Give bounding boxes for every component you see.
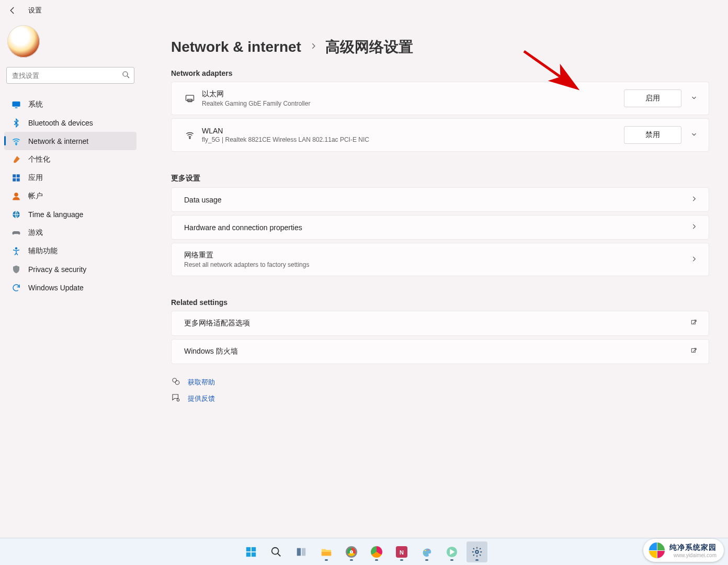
svg-point-34	[475, 550, 479, 553]
adapter-desc: Realtek Gaming GbE Family Controller	[202, 100, 624, 107]
settings-icon[interactable]	[467, 541, 487, 562]
nav-item-10[interactable]: Windows Update	[4, 278, 136, 297]
breadcrumb-current: 高级网络设置	[325, 37, 413, 57]
svg-rect-6	[13, 178, 16, 181]
nav-item-9[interactable]: Privacy & security	[4, 260, 136, 278]
svg-point-10	[16, 247, 17, 249]
bluetooth-icon	[10, 118, 22, 128]
chevron-right-icon	[310, 41, 317, 53]
svg-rect-4	[13, 174, 16, 177]
svg-rect-23	[252, 552, 256, 556]
get-help-link[interactable]: 获取帮助	[171, 377, 709, 388]
card-title: Windows 防火墙	[184, 347, 687, 356]
svg-rect-26	[302, 548, 305, 556]
watermark-logo	[649, 542, 665, 559]
nav-label: Bluetooth & devices	[28, 119, 93, 127]
svg-point-17	[175, 381, 179, 385]
get-help-label: 获取帮助	[188, 378, 215, 387]
svg-point-0	[123, 72, 128, 76]
start-button[interactable]	[241, 541, 261, 562]
adapter-toggle-button[interactable]: 启用	[624, 89, 681, 107]
nav-label: Time & language	[28, 210, 83, 219]
accessibility-icon	[10, 246, 22, 256]
wifi-icon	[10, 137, 22, 146]
chrome-icon[interactable]	[341, 541, 362, 562]
svg-point-30	[425, 549, 426, 551]
more-card-1[interactable]: Hardware and connection properties	[171, 215, 709, 240]
nav-label: 个性化	[28, 155, 50, 164]
help-icon	[171, 377, 180, 388]
related-card-0[interactable]: 更多网络适配器选项	[171, 311, 709, 336]
external-link-icon	[687, 319, 701, 328]
svg-rect-7	[17, 178, 20, 181]
more-card-2[interactable]: 网络重置Reset all network adapters to factor…	[171, 243, 709, 276]
adapter-card-1[interactable]: WLANfly_5G | Realtek 8821CE Wireless LAN…	[171, 118, 709, 152]
more-card-0[interactable]: Data usage	[171, 187, 709, 212]
ethernet-icon	[181, 93, 199, 104]
wifi-icon	[181, 130, 199, 140]
nav-label: Privacy & security	[28, 265, 86, 274]
svg-rect-21	[252, 547, 256, 551]
card-title: 更多网络适配器选项	[184, 319, 687, 328]
feedback-icon	[171, 393, 180, 404]
titlebar: 设置	[0, 0, 728, 21]
nav-item-5[interactable]: 帐户	[4, 187, 136, 205]
chevron-down-icon[interactable]	[687, 94, 701, 103]
nav-label: 辅助功能	[28, 246, 58, 256]
nav-item-7[interactable]: 游戏	[4, 223, 136, 242]
browser-icon[interactable]	[366, 541, 387, 562]
file-explorer-icon[interactable]	[316, 541, 337, 562]
nav-label: Network & internet	[28, 137, 88, 145]
nav-item-2[interactable]: Network & internet	[4, 132, 136, 150]
search-icon[interactable]	[121, 70, 131, 81]
nav-label: 应用	[28, 173, 43, 183]
adapter-toggle-button[interactable]: 禁用	[624, 126, 681, 144]
search-input[interactable]	[12, 72, 121, 80]
section-title-more: 更多设置	[171, 174, 709, 183]
app-icon-1[interactable]: N	[391, 541, 412, 562]
chevron-right-icon	[687, 195, 701, 204]
adapter-name: 以太网	[202, 89, 624, 99]
nav-label: 系统	[28, 100, 43, 109]
svg-point-31	[427, 549, 429, 550]
section-title-related: Related settings	[171, 298, 709, 307]
svg-point-3	[16, 144, 17, 145]
svg-rect-11	[186, 95, 194, 100]
task-view-icon[interactable]	[291, 541, 312, 562]
feedback-link[interactable]: 提供反馈	[171, 393, 709, 404]
svg-point-24	[272, 547, 279, 554]
avatar[interactable]	[7, 25, 40, 58]
nav-item-1[interactable]: Bluetooth & devices	[4, 114, 136, 132]
nav-item-4[interactable]: 应用	[4, 168, 136, 187]
breadcrumb-parent[interactable]: Network & internet	[171, 39, 301, 55]
external-link-icon	[687, 347, 701, 356]
nav-label: Windows Update	[28, 284, 84, 292]
nav-item-6[interactable]: Time & language	[4, 205, 136, 223]
update-icon	[10, 283, 22, 292]
back-button[interactable]	[7, 5, 18, 16]
brush-icon	[10, 155, 22, 164]
nav-item-8[interactable]: 辅助功能	[4, 242, 136, 260]
nav-label: 帐户	[28, 191, 43, 201]
svg-point-18	[177, 399, 179, 401]
gamepad-icon	[10, 228, 22, 238]
taskbar-search-icon[interactable]	[266, 541, 287, 562]
svg-rect-20	[246, 547, 251, 551]
paint-icon[interactable]	[416, 541, 437, 562]
nav-label: 游戏	[28, 228, 43, 238]
nav-item-3[interactable]: 个性化	[4, 150, 136, 168]
svg-point-13	[189, 138, 190, 139]
nav: 系统Bluetooth & devicesNetwork & internet个…	[4, 95, 136, 297]
svg-rect-22	[246, 552, 251, 556]
adapter-card-0[interactable]: 以太网Realtek Gaming GbE Family Controller启…	[171, 82, 709, 115]
person-icon	[10, 191, 22, 201]
svg-text:N: N	[400, 549, 404, 555]
search-box[interactable]	[6, 67, 134, 84]
adapter-name: WLAN	[202, 127, 624, 135]
card-title: Hardware and connection properties	[184, 223, 681, 232]
section-title-adapters: Network adapters	[171, 69, 709, 77]
app-icon-2[interactable]	[441, 541, 462, 562]
nav-item-0[interactable]: 系统	[4, 95, 136, 114]
related-card-1[interactable]: Windows 防火墙	[171, 339, 709, 364]
chevron-down-icon[interactable]	[687, 131, 701, 140]
